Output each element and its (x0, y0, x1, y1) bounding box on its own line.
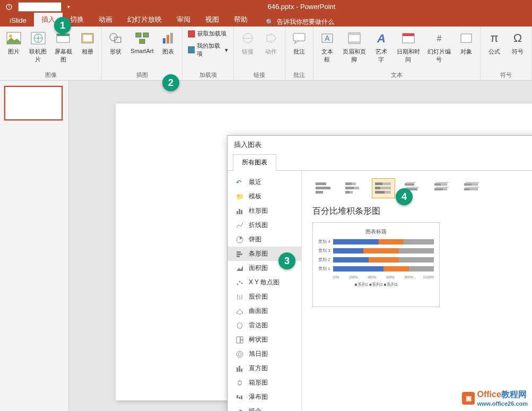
svg-point-2 (9, 34, 12, 38)
svg-rect-36 (237, 253, 242, 255)
svg-rect-28 (403, 33, 414, 36)
qat-more-icon[interactable]: ▾ (63, 2, 74, 12)
group-text: A文本框 页眉和页脚 A艺术字 日期和时间 #幻灯片编号 对象 文本 (313, 27, 481, 80)
svg-rect-46 (237, 368, 238, 372)
svg-rect-57 (316, 191, 323, 194)
svg-rect-61 (354, 187, 359, 189)
svg-point-44 (237, 351, 243, 357)
svg-point-45 (238, 353, 241, 356)
svg-rect-8 (83, 35, 92, 41)
svg-rect-17 (188, 31, 195, 37)
chart-subtype-pane: 百分比堆积条形图 图表标题 类别 4 类别 3 类别 2 类别 1 0%20%4… (302, 171, 532, 411)
svg-rect-59 (352, 182, 356, 185)
svg-point-39 (239, 281, 241, 282)
cat-waterfall[interactable]: 瀑布图 (228, 390, 301, 404)
svg-rect-77 (472, 183, 478, 186)
cat-treemap[interactable]: 树状图 (228, 333, 301, 347)
slide[interactable]: 插入图表 ? 所有图表 ↶最近 📁模板 柱形图 折线图 饼图 条形图 面积图 X… (116, 103, 532, 400)
svg-rect-6 (57, 34, 69, 36)
subtype-percent-stacked-bar[interactable] (372, 178, 395, 198)
chart-button[interactable]: 图表 (158, 29, 179, 57)
cat-boxwhisker[interactable]: 箱形图 (228, 375, 301, 390)
object-button[interactable]: 对象 (456, 29, 477, 57)
svg-rect-50 (237, 395, 238, 398)
svg-rect-60 (345, 187, 354, 189)
titlebar: ▾ 646.pptx - PowerPoint (0, 0, 532, 13)
subtype-clustered-bar[interactable] (312, 178, 336, 198)
svg-rect-63 (350, 191, 353, 194)
cat-recent[interactable]: ↶最近 (228, 175, 301, 189)
dialog-tab-all-charts[interactable]: 所有图表 (233, 154, 276, 171)
cat-stock[interactable]: 股价图 (228, 290, 301, 304)
tab-animations[interactable]: 动画 (91, 13, 120, 27)
svg-rect-10 (115, 37, 121, 42)
svg-rect-20 (293, 33, 305, 41)
group-links: 链接 动作 链接 (234, 27, 285, 80)
svg-rect-64 (375, 182, 382, 185)
subtype-3d-stacked-bar[interactable] (431, 178, 455, 198)
online-pictures-button[interactable]: 联机图片 (27, 29, 50, 65)
svg-rect-47 (239, 366, 240, 372)
slide-number-button[interactable]: #幻灯片编号 (425, 29, 453, 65)
cat-surface[interactable]: 曲面图 (228, 304, 301, 318)
screenshot-button[interactable]: 屏幕截图 (52, 29, 75, 65)
window-title: 646.pptx - PowerPoint (74, 3, 529, 11)
svg-rect-25 (348, 41, 360, 43)
cat-line[interactable]: 折线图 (228, 218, 301, 232)
link-button[interactable]: 链接 (237, 29, 258, 57)
qat-dropdown[interactable] (18, 2, 62, 12)
autosave-icon[interactable] (3, 2, 15, 12)
equation-button[interactable]: π公式 (484, 29, 505, 57)
comment-button[interactable]: 批注 (289, 29, 310, 57)
tutorial-marker-3: 3 (278, 252, 295, 269)
tab-view[interactable]: 视图 (198, 13, 226, 27)
svg-text:A: A (377, 32, 386, 45)
svg-rect-31 (237, 211, 238, 214)
cat-histogram[interactable]: 直方图 (228, 361, 301, 375)
datetime-button[interactable]: 日期和时间 (394, 29, 423, 65)
subtype-3d-percent-stacked-bar[interactable] (461, 178, 484, 198)
textbox-button[interactable]: A文本框 (317, 29, 338, 65)
tab-slideshow[interactable]: 幻灯片放映 (120, 13, 169, 27)
cat-column[interactable]: 柱形图 (228, 204, 301, 218)
cat-radar[interactable]: 雷达图 (228, 318, 301, 333)
chart-category-list: ↶最近 📁模板 柱形图 折线图 饼图 条形图 面积图 X Y 散点图 股价图 曲… (228, 171, 302, 411)
symbol-button[interactable]: Ω符号 (507, 29, 528, 57)
svg-rect-48 (241, 369, 242, 372)
svg-rect-15 (167, 35, 169, 43)
svg-rect-14 (163, 38, 165, 43)
tab-review[interactable]: 审阅 (169, 13, 198, 27)
svg-rect-35 (237, 251, 241, 253)
group-comments: 批注 批注 (285, 27, 313, 80)
header-footer-button[interactable]: 页眉和页脚 (340, 29, 369, 65)
cat-scatter[interactable]: X Y 散点图 (228, 275, 301, 290)
wordart-button[interactable]: A艺术字 (371, 29, 392, 65)
svg-point-38 (237, 283, 239, 285)
pictures-button[interactable]: 图片 (3, 29, 24, 57)
cat-pie[interactable]: 饼图 (228, 232, 301, 247)
svg-rect-18 (188, 47, 194, 53)
group-addins: 获取加载项 我的加载项 ▾ 加载项 (182, 27, 233, 80)
svg-rect-69 (385, 191, 391, 194)
photo-album-button[interactable]: 相册 (77, 29, 98, 57)
svg-rect-32 (239, 209, 240, 214)
tutorial-marker-1: 1 (54, 17, 71, 34)
smartart-button[interactable]: SmartArt (128, 29, 155, 55)
shapes-button[interactable]: 形状 (105, 29, 126, 57)
chart-preview[interactable]: 图表标题 类别 4 类别 3 类别 2 类别 1 0%20%40%60%80%1… (312, 222, 440, 307)
action-button[interactable]: 动作 (260, 29, 282, 57)
cat-combo[interactable]: 组合 (228, 404, 301, 411)
tell-me-search[interactable]: 🔍 告诉我你想要做什么 (266, 18, 334, 27)
tab-islide[interactable]: iSlide (2, 14, 34, 27)
svg-rect-78 (464, 188, 469, 190)
cat-templates[interactable]: 📁模板 (228, 189, 301, 204)
get-addins-button[interactable]: 获取加载项 (186, 29, 230, 39)
cat-sunburst[interactable]: 旭日图 (228, 347, 301, 361)
svg-rect-49 (238, 381, 241, 384)
svg-rect-65 (382, 182, 391, 185)
tab-help[interactable]: 帮助 (226, 13, 255, 27)
subtype-stacked-bar[interactable] (342, 178, 365, 198)
slide-thumbnail-1[interactable] (4, 86, 63, 120)
search-icon: 🔍 (266, 19, 274, 26)
my-addins-button[interactable]: 我的加载项 ▾ (186, 41, 230, 59)
